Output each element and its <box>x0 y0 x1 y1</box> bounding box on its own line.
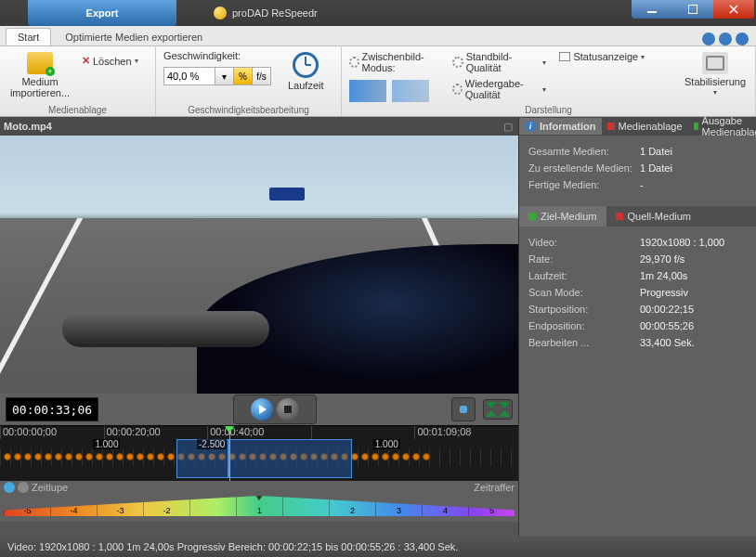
window-close-button[interactable] <box>713 0 754 19</box>
region-label: -2.500 <box>197 439 227 449</box>
frame-dot <box>126 453 134 460</box>
info-icon: i <box>525 121 536 132</box>
frame-dot <box>412 453 420 460</box>
import-media-button[interactable]: + Medium importieren... <box>7 50 72 100</box>
range-next-button[interactable] <box>499 410 510 417</box>
stabilization-icon <box>702 52 728 74</box>
svg-rect-1 <box>689 6 697 14</box>
window-maximize-button[interactable] <box>672 0 713 19</box>
green-square-icon <box>694 123 698 130</box>
handlebar <box>62 311 269 347</box>
frame-dot <box>382 453 389 460</box>
status-display-dropdown[interactable]: Statusanzeige▾ <box>559 50 645 63</box>
frame-dot <box>157 453 164 460</box>
road-sign <box>269 188 305 201</box>
file-tab-strip: Moto.mp4 ▢ <box>0 117 518 136</box>
app-name: proDAD ReSpeedr <box>232 7 318 19</box>
edit-link[interactable]: Bearbeiten ... <box>528 337 640 348</box>
runtime-button[interactable]: Laufzeit <box>284 50 328 93</box>
range-in-button[interactable] <box>486 402 497 408</box>
info-icon[interactable] <box>719 32 732 45</box>
timeline-mark: 00:01:09;08 <box>414 426 518 439</box>
speed-spinner[interactable]: ▾ <box>215 67 234 85</box>
frame-dot <box>371 453 379 460</box>
interpolation-preview-b[interactable] <box>392 80 429 102</box>
media-subtab-strip: Ziel-Medium Quell-Medium <box>519 206 756 227</box>
frame-dot <box>423 453 430 460</box>
range-prev-button[interactable] <box>486 410 497 417</box>
frame-dot <box>75 453 83 460</box>
speed-input-group: ▾ % f/s <box>163 67 271 85</box>
timecode-display: 00:00:33;06 <box>6 397 98 421</box>
svg-rect-0 <box>647 11 657 13</box>
speed-input[interactable] <box>163 67 215 85</box>
playhead[interactable] <box>229 426 230 481</box>
panel-tab-media[interactable]: Medienablage <box>602 118 688 135</box>
frame-dot <box>65 453 72 460</box>
status-display-icon <box>559 52 570 61</box>
stop-button[interactable] <box>277 398 299 421</box>
ribbon-tab-export-optimized[interactable]: Optimierte Medien exportieren <box>53 28 215 45</box>
gear-icon <box>452 57 463 68</box>
interpolation-mode-dropdown[interactable]: Zwischenbild-Modus: <box>349 50 439 74</box>
panel-expand-button[interactable]: ▢ <box>502 120 515 133</box>
range-out-button[interactable] <box>499 402 510 408</box>
timeline-mark: 00:00:40;00 <box>207 426 311 439</box>
status-bar: Video: 1920x1080 : 1,000 1m 24,00s Progr… <box>0 537 756 557</box>
frame-dot <box>24 453 32 460</box>
subtab-target-medium[interactable]: Ziel-Medium <box>519 206 606 227</box>
app-icon <box>214 6 227 19</box>
delete-icon: ✕ <box>82 55 90 67</box>
range-buttons <box>483 399 513 420</box>
ribbon-group-display-label: Darstellung <box>342 105 755 115</box>
speed-gradient-bar[interactable]: -5 -4 -3 -2 1 2 3 4 5 <box>0 494 518 522</box>
info-summary: Gesamte Medien:1 Datei Zu erstellende Me… <box>519 136 756 201</box>
delete-button[interactable]: ✕ Löschen ▾ <box>82 54 138 68</box>
ribbon: + Medium importieren... ✕ Löschen ▾ Medi… <box>0 46 756 117</box>
frame-dot <box>137 453 144 460</box>
ribbon-group-speed-label: Geschwindigkeitsbearbeitung <box>156 105 341 115</box>
app-title: proDAD ReSpeedr <box>214 6 318 19</box>
speed-toggle-b[interactable] <box>18 482 29 493</box>
speed-label: Geschwindigkeit: <box>163 50 271 61</box>
file-tab[interactable]: Moto.mp4 <box>4 121 52 132</box>
timeline-mark <box>311 426 415 439</box>
speed-toggle-a[interactable] <box>4 482 15 493</box>
timeline[interactable]: 00:00:00;00 00:00:20;00 00:00:40;00 00:0… <box>0 425 518 481</box>
speed-pointer[interactable] <box>254 494 264 500</box>
info-panel: i Information Medienablage Ausgabe Medie… <box>518 117 756 537</box>
frame-dot <box>85 453 93 460</box>
still-quality-dropdown[interactable]: Standbild-Qualität▾ <box>452 50 546 74</box>
speed-unit-percent[interactable]: % <box>234 67 253 85</box>
ribbon-tab-start[interactable]: Start <box>6 28 51 45</box>
frame-dot <box>4 453 11 460</box>
panel-tab-strip: i Information Medienablage Ausgabe Medie… <box>519 117 756 136</box>
clock-icon <box>293 52 319 78</box>
marker-icon <box>460 406 467 413</box>
subtab-source-medium[interactable]: Quell-Medium <box>606 206 700 227</box>
interpolation-preview-a[interactable] <box>349 80 386 102</box>
playback-quality-dropdown[interactable]: Wiedergabe-Qualität▾ <box>452 77 546 101</box>
green-square-icon <box>528 213 536 220</box>
help-icon[interactable] <box>736 32 749 45</box>
frame-dot <box>96 453 103 460</box>
stabilization-button[interactable]: Stabilisierung ▾ <box>683 50 748 99</box>
region-label: 1.000 <box>93 439 120 449</box>
speed-unit-fps[interactable]: f/s <box>253 67 271 85</box>
frame-dot <box>106 453 113 460</box>
region-label: 1.000 <box>373 439 400 449</box>
frame-dot <box>116 453 124 460</box>
export-tab[interactable]: Export <box>28 0 176 26</box>
transport-bar: 00:00:33;06 <box>0 394 518 425</box>
window-minimize-button[interactable] <box>632 0 672 19</box>
timeline-region-b[interactable] <box>228 439 353 478</box>
play-button[interactable] <box>251 398 273 421</box>
panel-tab-information[interactable]: i Information <box>519 118 602 135</box>
folder-import-icon: + <box>27 52 53 74</box>
refresh-icon[interactable] <box>702 32 715 45</box>
red-square-icon <box>616 213 623 220</box>
marker-button[interactable] <box>451 397 476 421</box>
video-preview[interactable] <box>0 136 518 394</box>
frame-dot <box>14 453 21 460</box>
frame-dot <box>55 453 62 460</box>
